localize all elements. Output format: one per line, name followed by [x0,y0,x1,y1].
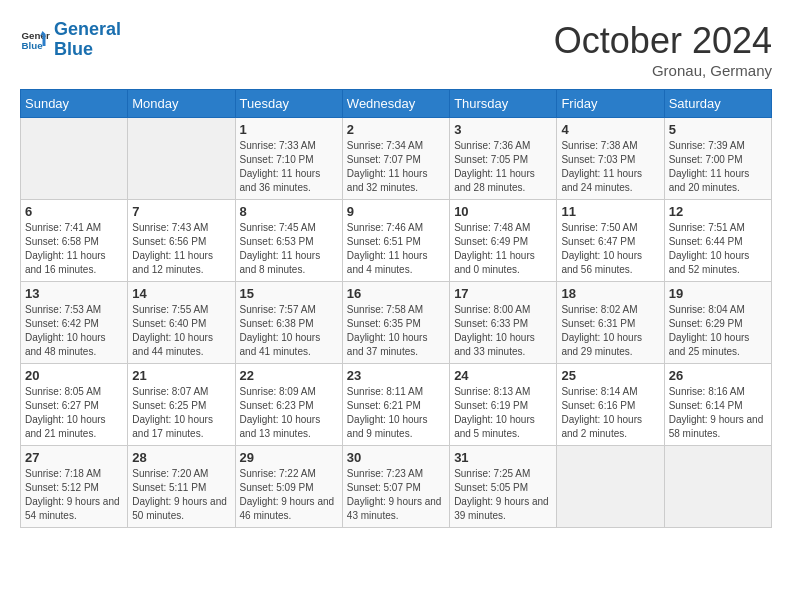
day-info: Sunrise: 8:07 AMSunset: 6:25 PMDaylight:… [132,385,230,441]
calendar-cell: 4Sunrise: 7:38 AMSunset: 7:03 PMDaylight… [557,118,664,200]
calendar-cell: 27Sunrise: 7:18 AMSunset: 5:12 PMDayligh… [21,446,128,528]
day-number: 31 [454,450,552,465]
weekday-header: Wednesday [342,90,449,118]
day-info: Sunrise: 8:14 AMSunset: 6:16 PMDaylight:… [561,385,659,441]
calendar-cell: 11Sunrise: 7:50 AMSunset: 6:47 PMDayligh… [557,200,664,282]
svg-text:Blue: Blue [22,40,44,51]
calendar-cell: 31Sunrise: 7:25 AMSunset: 5:05 PMDayligh… [450,446,557,528]
day-number: 1 [240,122,338,137]
day-number: 3 [454,122,552,137]
day-number: 24 [454,368,552,383]
day-info: Sunrise: 7:53 AMSunset: 6:42 PMDaylight:… [25,303,123,359]
day-info: Sunrise: 7:34 AMSunset: 7:07 PMDaylight:… [347,139,445,195]
day-number: 13 [25,286,123,301]
day-number: 5 [669,122,767,137]
calendar-week-row: 27Sunrise: 7:18 AMSunset: 5:12 PMDayligh… [21,446,772,528]
calendar-cell [664,446,771,528]
day-number: 23 [347,368,445,383]
day-number: 8 [240,204,338,219]
calendar-cell [21,118,128,200]
day-number: 26 [669,368,767,383]
weekday-header: Tuesday [235,90,342,118]
day-info: Sunrise: 8:00 AMSunset: 6:33 PMDaylight:… [454,303,552,359]
day-number: 15 [240,286,338,301]
calendar-cell [128,118,235,200]
day-info: Sunrise: 7:33 AMSunset: 7:10 PMDaylight:… [240,139,338,195]
day-number: 27 [25,450,123,465]
calendar-cell: 20Sunrise: 8:05 AMSunset: 6:27 PMDayligh… [21,364,128,446]
calendar-cell: 24Sunrise: 8:13 AMSunset: 6:19 PMDayligh… [450,364,557,446]
weekday-header: Saturday [664,90,771,118]
day-info: Sunrise: 7:43 AMSunset: 6:56 PMDaylight:… [132,221,230,277]
calendar-cell: 12Sunrise: 7:51 AMSunset: 6:44 PMDayligh… [664,200,771,282]
logo-general: General [54,19,121,39]
day-info: Sunrise: 7:22 AMSunset: 5:09 PMDaylight:… [240,467,338,523]
calendar-week-row: 6Sunrise: 7:41 AMSunset: 6:58 PMDaylight… [21,200,772,282]
day-info: Sunrise: 7:25 AMSunset: 5:05 PMDaylight:… [454,467,552,523]
calendar-table: SundayMondayTuesdayWednesdayThursdayFrid… [20,89,772,528]
day-info: Sunrise: 8:13 AMSunset: 6:19 PMDaylight:… [454,385,552,441]
calendar-cell: 8Sunrise: 7:45 AMSunset: 6:53 PMDaylight… [235,200,342,282]
day-number: 9 [347,204,445,219]
calendar-cell: 18Sunrise: 8:02 AMSunset: 6:31 PMDayligh… [557,282,664,364]
weekday-header-row: SundayMondayTuesdayWednesdayThursdayFrid… [21,90,772,118]
day-info: Sunrise: 7:55 AMSunset: 6:40 PMDaylight:… [132,303,230,359]
calendar-cell: 19Sunrise: 8:04 AMSunset: 6:29 PMDayligh… [664,282,771,364]
day-info: Sunrise: 7:23 AMSunset: 5:07 PMDaylight:… [347,467,445,523]
day-number: 17 [454,286,552,301]
day-info: Sunrise: 8:09 AMSunset: 6:23 PMDaylight:… [240,385,338,441]
day-info: Sunrise: 8:11 AMSunset: 6:21 PMDaylight:… [347,385,445,441]
calendar-cell: 21Sunrise: 8:07 AMSunset: 6:25 PMDayligh… [128,364,235,446]
calendar-cell: 22Sunrise: 8:09 AMSunset: 6:23 PMDayligh… [235,364,342,446]
day-info: Sunrise: 7:46 AMSunset: 6:51 PMDaylight:… [347,221,445,277]
day-number: 21 [132,368,230,383]
day-info: Sunrise: 7:39 AMSunset: 7:00 PMDaylight:… [669,139,767,195]
day-info: Sunrise: 8:05 AMSunset: 6:27 PMDaylight:… [25,385,123,441]
day-info: Sunrise: 7:58 AMSunset: 6:35 PMDaylight:… [347,303,445,359]
page-header: General Blue General Blue October 2024 G… [20,20,772,79]
day-number: 7 [132,204,230,219]
svg-text:General: General [22,29,51,40]
month-title: October 2024 [554,20,772,62]
calendar-cell: 14Sunrise: 7:55 AMSunset: 6:40 PMDayligh… [128,282,235,364]
day-info: Sunrise: 7:45 AMSunset: 6:53 PMDaylight:… [240,221,338,277]
day-number: 30 [347,450,445,465]
location: Gronau, Germany [554,62,772,79]
day-info: Sunrise: 7:38 AMSunset: 7:03 PMDaylight:… [561,139,659,195]
calendar-cell: 5Sunrise: 7:39 AMSunset: 7:00 PMDaylight… [664,118,771,200]
calendar-cell: 2Sunrise: 7:34 AMSunset: 7:07 PMDaylight… [342,118,449,200]
calendar-cell: 16Sunrise: 7:58 AMSunset: 6:35 PMDayligh… [342,282,449,364]
calendar-cell: 17Sunrise: 8:00 AMSunset: 6:33 PMDayligh… [450,282,557,364]
day-number: 12 [669,204,767,219]
day-number: 4 [561,122,659,137]
calendar-cell: 10Sunrise: 7:48 AMSunset: 6:49 PMDayligh… [450,200,557,282]
calendar-cell: 15Sunrise: 7:57 AMSunset: 6:38 PMDayligh… [235,282,342,364]
calendar-cell: 1Sunrise: 7:33 AMSunset: 7:10 PMDaylight… [235,118,342,200]
day-number: 19 [669,286,767,301]
calendar-cell: 25Sunrise: 8:14 AMSunset: 6:16 PMDayligh… [557,364,664,446]
day-info: Sunrise: 7:48 AMSunset: 6:49 PMDaylight:… [454,221,552,277]
calendar-week-row: 13Sunrise: 7:53 AMSunset: 6:42 PMDayligh… [21,282,772,364]
day-number: 16 [347,286,445,301]
day-number: 22 [240,368,338,383]
logo: General Blue General Blue [20,20,121,60]
calendar-cell: 23Sunrise: 8:11 AMSunset: 6:21 PMDayligh… [342,364,449,446]
calendar-cell: 13Sunrise: 7:53 AMSunset: 6:42 PMDayligh… [21,282,128,364]
day-info: Sunrise: 7:50 AMSunset: 6:47 PMDaylight:… [561,221,659,277]
calendar-cell: 30Sunrise: 7:23 AMSunset: 5:07 PMDayligh… [342,446,449,528]
weekday-header: Sunday [21,90,128,118]
logo-blue: Blue [54,39,93,59]
calendar-cell: 9Sunrise: 7:46 AMSunset: 6:51 PMDaylight… [342,200,449,282]
day-info: Sunrise: 7:51 AMSunset: 6:44 PMDaylight:… [669,221,767,277]
day-number: 25 [561,368,659,383]
calendar-cell: 6Sunrise: 7:41 AMSunset: 6:58 PMDaylight… [21,200,128,282]
calendar-cell: 28Sunrise: 7:20 AMSunset: 5:11 PMDayligh… [128,446,235,528]
day-number: 20 [25,368,123,383]
day-info: Sunrise: 7:36 AMSunset: 7:05 PMDaylight:… [454,139,552,195]
calendar-week-row: 20Sunrise: 8:05 AMSunset: 6:27 PMDayligh… [21,364,772,446]
calendar-cell: 3Sunrise: 7:36 AMSunset: 7:05 PMDaylight… [450,118,557,200]
logo-icon: General Blue [20,25,50,55]
title-block: October 2024 Gronau, Germany [554,20,772,79]
day-info: Sunrise: 8:04 AMSunset: 6:29 PMDaylight:… [669,303,767,359]
day-number: 6 [25,204,123,219]
